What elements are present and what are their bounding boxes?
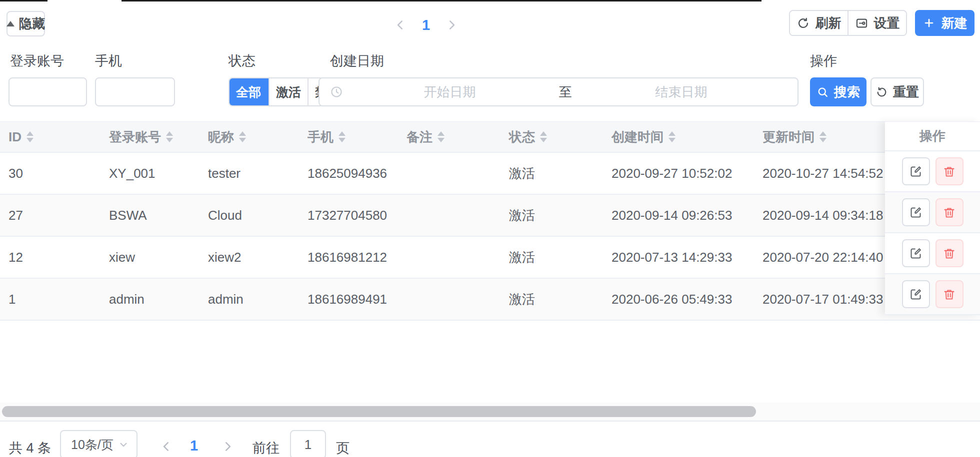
trash-icon [942,247,956,260]
table-header-row: ID 登录账号 昵称 手机 备注 状态 创建时间 更新时间 [0,121,980,153]
phone-filter-input[interactable] [95,77,175,106]
edit-button[interactable] [902,280,930,308]
cell-status: 激活 [500,153,603,194]
date-range-picker[interactable]: 开始日期 至 结束日期 [318,77,798,106]
goto-suffix: 页 [336,439,350,457]
sort-caret-icon[interactable] [26,131,34,142]
sort-caret-icon[interactable] [338,131,346,142]
reset-button[interactable]: 重置 [870,77,924,106]
cell-nickname: Cloud [200,195,299,236]
status-option-active[interactable]: 激活 [268,78,308,105]
create-button[interactable]: 新建 [915,10,974,36]
edit-button[interactable] [902,157,930,185]
cell-id: 12 [0,237,100,278]
delete-button[interactable] [936,157,964,185]
pagination-total: 共 4 条 [9,439,51,457]
header-phone[interactable]: 手机 [299,122,398,152]
account-filter-label: 登录账号 [10,52,64,70]
cell-status: 激活 [500,279,603,320]
date-range-separator: 至 [556,83,575,101]
edit-icon [909,206,922,219]
table-tools-group: 刷新 设置 [789,10,907,36]
cell-nickname: admin [200,279,299,320]
top-current-page[interactable]: 1 [422,17,430,33]
refresh-icon [796,16,810,30]
phone-filter-label: 手机 [95,52,122,70]
header-created-at[interactable]: 创建时间 [603,122,754,152]
hide-button-label: 隐藏 [19,15,45,32]
header-id[interactable]: ID [0,122,100,152]
row-actions [885,151,980,192]
reset-button-label: 重置 [893,83,919,101]
cell-remark [398,195,500,236]
edit-button[interactable] [902,198,930,226]
top-pagination: 1 [394,12,458,38]
reset-icon [876,86,888,98]
header-remark[interactable]: 备注 [398,122,500,152]
create-button-label: 新建 [942,14,968,32]
settings-button-label: 设置 [874,14,900,32]
edit-icon [909,165,922,178]
cell-status: 激活 [500,237,603,278]
cell-id: 30 [0,153,100,194]
cell-account: xiew [100,237,200,278]
cell-phone: 18625094936 [299,153,398,194]
sort-caret-icon[interactable] [166,131,173,142]
sort-caret-icon[interactable] [540,131,547,142]
table-row: 30 XY_001 tester 18625094936 激活 2020-09-… [0,153,980,195]
header-status[interactable]: 状态 [500,122,603,152]
table-row: 12 xiew xiew2 18616981212 激活 2020-07-13 … [0,237,980,279]
cell-id: 1 [0,279,100,320]
refresh-button-label: 刷新 [816,14,842,32]
prev-page-icon[interactable] [394,18,407,31]
next-page-icon[interactable] [221,440,234,453]
delete-button[interactable] [936,280,964,308]
edit-button[interactable] [902,239,930,267]
goto-label: 前往 [252,439,280,457]
settings-button[interactable]: 设置 [848,11,906,35]
goto-page-input[interactable] [290,430,326,457]
header-operation: 操作 [885,121,980,151]
user-management-page: 隐藏 1 刷新 设置 新建 登录账号 手机 [0,0,980,457]
delete-button[interactable] [936,198,964,226]
cell-phone: 18616989491 [299,279,398,320]
cell-remark [398,279,500,320]
status-filter-label: 状态 [228,52,256,70]
bottom-current-page[interactable]: 1 [190,438,198,454]
status-option-all[interactable]: 全部 [228,77,268,106]
start-date-placeholder[interactable]: 开始日期 [344,83,556,101]
row-actions [885,274,980,315]
cell-status: 激活 [500,195,603,236]
page-size-select[interactable]: 10条/页 [60,430,138,457]
hide-filters-button[interactable]: 隐藏 [6,11,45,36]
header-nickname[interactable]: 昵称 [200,122,299,152]
cell-created-at: 2020-09-14 09:26:53 [603,195,754,236]
search-icon [816,86,829,98]
cell-account: BSWA [100,195,200,236]
delete-button[interactable] [936,239,964,267]
users-table: ID 登录账号 昵称 手机 备注 状态 创建时间 更新时间 30 XY_001 … [0,121,980,321]
next-page-icon[interactable] [445,18,458,31]
end-date-placeholder[interactable]: 结束日期 [575,83,788,101]
divider [0,421,980,422]
cell-account: admin [100,279,200,320]
sort-caret-icon[interactable] [438,131,444,142]
table-row: 1 admin admin 18616989491 激活 2020-06-26 … [0,279,980,321]
settings-icon [855,16,868,30]
prev-page-icon[interactable] [160,440,173,453]
row-actions [885,233,980,274]
cell-created-at: 2020-07-13 14:29:33 [603,237,754,278]
search-button[interactable]: 搜索 [810,77,866,106]
plus-icon [922,16,936,29]
cell-nickname: xiew2 [200,237,299,278]
sort-caret-icon[interactable] [239,131,246,142]
horizontal-scrollbar-thumb[interactable] [2,406,756,417]
row-actions [885,192,980,233]
sort-caret-icon[interactable] [668,131,676,142]
clock-icon [330,85,344,99]
account-filter-input[interactable] [8,77,87,106]
header-account[interactable]: 登录账号 [100,122,200,152]
refresh-button[interactable]: 刷新 [790,11,848,35]
sort-caret-icon[interactable] [820,131,826,142]
cell-nickname: tester [200,153,299,194]
